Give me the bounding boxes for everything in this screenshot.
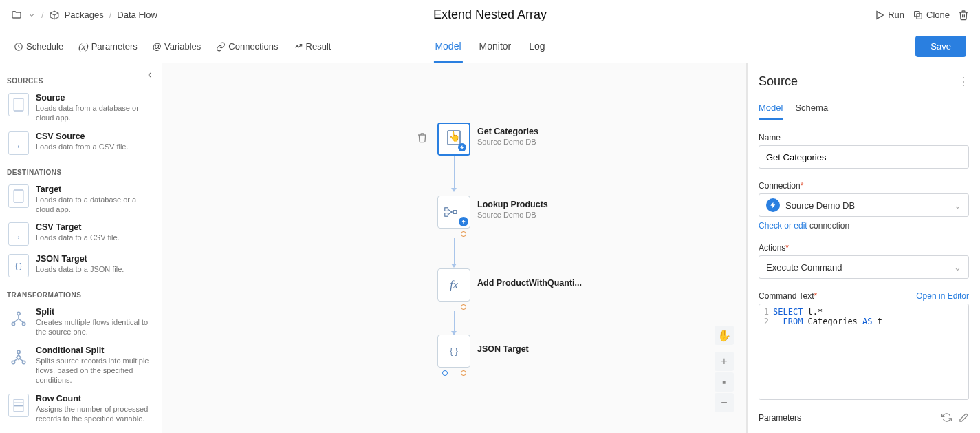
json-file-icon: { }: [8, 254, 29, 277]
palette-item-conditional-split[interactable]: Conditional SplitSplits source records i…: [0, 341, 162, 390]
palette-item-csv-target[interactable]: , CSV TargetLoads data to a CSV file.: [0, 218, 162, 250]
split-icon: [8, 307, 29, 330]
tab-monitor[interactable]: Monitor: [478, 31, 513, 63]
trash-icon: [958, 10, 969, 21]
svg-rect-4: [14, 98, 23, 111]
open-in-editor-link[interactable]: Open in Editor: [916, 291, 969, 301]
inspector-title: Source: [759, 74, 798, 89]
canvas-controls: ✋ + ■ −: [715, 326, 734, 412]
link-icon: [216, 42, 226, 52]
page-title: Extend Nested Array: [433, 8, 547, 22]
inspector-tab-model[interactable]: Model: [759, 97, 783, 120]
target-db-icon: [8, 184, 29, 208]
svg-point-7: [12, 323, 14, 326]
package-icon: [50, 10, 59, 20]
result-icon: [294, 42, 303, 52]
pan-button[interactable]: ✋: [715, 326, 734, 345]
node-title: JSON Target: [477, 344, 529, 354]
flow-node-lookup[interactable]: [437, 196, 470, 229]
variables-button[interactable]: @ Variables: [153, 41, 201, 52]
save-button[interactable]: Save: [915, 36, 966, 57]
plus-icon: +: [721, 355, 727, 368]
conditional-split-icon: [8, 346, 29, 369]
refresh-icon[interactable]: [941, 412, 952, 423]
palette-item-row-count[interactable]: Row CountAssigns the number of processed…: [0, 390, 162, 428]
folder-icon[interactable]: [11, 10, 22, 21]
cursor-pointer-icon: 👆: [448, 131, 460, 142]
svg-line-20: [448, 209, 451, 212]
check-edit-link[interactable]: Check or edit: [759, 221, 807, 231]
palette-item-csv-source[interactable]: , CSV SourceLoads data from a CSV file.: [0, 127, 162, 159]
schedule-button[interactable]: Schedule: [14, 41, 63, 52]
copy-icon: [913, 10, 924, 21]
svg-point-9: [17, 350, 20, 353]
command-text-editor[interactable]: 1SELECT t.* 2 FROM Categories AS t: [759, 304, 969, 400]
top-bar: / Packages / Data Flow Extend Nested Arr…: [0, 0, 980, 30]
variable-x-icon: (x): [78, 41, 88, 52]
connection-select[interactable]: Source Demo DB ⌄: [759, 193, 969, 217]
name-label: Name: [759, 133, 969, 142]
svg-marker-0: [877, 11, 883, 19]
run-button[interactable]: Run: [874, 10, 904, 21]
node-title: Add ProductWithQuanti...: [477, 278, 582, 288]
parameters-button[interactable]: (x) Parameters: [78, 41, 138, 52]
svg-rect-19: [453, 211, 457, 214]
breadcrumb: / Packages / Data Flow: [11, 10, 157, 21]
row-count-icon: [8, 394, 29, 417]
actions-label: Actions*: [759, 243, 969, 253]
breadcrumb-dataflow[interactable]: Data Flow: [117, 10, 157, 20]
source-db-icon: [8, 93, 29, 116]
component-palette: SOURCES SourceLoads data from a database…: [0, 63, 162, 433]
connections-button[interactable]: Connections: [216, 41, 278, 52]
hand-icon: ✋: [717, 329, 731, 342]
edit-pencil-icon[interactable]: [959, 412, 969, 423]
svg-rect-17: [445, 208, 448, 211]
db-badge-icon: [766, 198, 780, 212]
connection-label: Connection*: [759, 181, 969, 191]
zoom-in-button[interactable]: +: [715, 352, 734, 371]
inspector-panel: Source ⋮ Model Schema Name Connection* S…: [746, 63, 980, 433]
play-icon: [874, 10, 885, 21]
actions-select[interactable]: Execute Command ⌄: [759, 255, 969, 279]
flow-node-source[interactable]: 👆: [437, 123, 470, 156]
palette-item-json-target[interactable]: { } JSON TargetLoads data to a JSON file…: [0, 250, 162, 282]
csv-file-icon: ,: [8, 131, 29, 155]
flow-node-expression[interactable]: fx: [437, 268, 470, 302]
group-header-transformations: TRANSFORMATIONS: [0, 282, 162, 303]
result-button[interactable]: Result: [294, 41, 331, 52]
inspector-tab-schema[interactable]: Schema: [795, 97, 828, 120]
more-vert-icon[interactable]: ⋮: [958, 75, 969, 88]
flow-node-json-target[interactable]: { }: [437, 335, 470, 368]
zoom-reset-button[interactable]: ■: [715, 372, 734, 392]
chevron-down-icon: ⌄: [954, 262, 961, 273]
fx-icon: fx: [450, 279, 458, 291]
tab-log[interactable]: Log: [527, 31, 546, 63]
node-title: Lookup Products: [477, 200, 548, 209]
flow-canvas[interactable]: 👆 Get Categories Source Demo DB Lookup P…: [162, 63, 746, 433]
svg-line-21: [448, 212, 451, 215]
svg-point-6: [17, 312, 20, 315]
delete-button[interactable]: [958, 10, 969, 21]
node-subtitle: Source Demo DB: [477, 138, 538, 146]
clone-button[interactable]: Clone: [913, 10, 950, 21]
tab-model[interactable]: Model: [433, 31, 462, 63]
name-input[interactable]: [759, 145, 969, 169]
breadcrumb-packages[interactable]: Packages: [65, 10, 104, 20]
palette-item-source[interactable]: SourceLoads data from a database or clou…: [0, 89, 162, 127]
trash-icon[interactable]: [417, 132, 428, 143]
node-subtitle: Source Demo DB: [477, 211, 548, 219]
db-badge-icon: [459, 217, 468, 226]
zoom-out-button[interactable]: −: [715, 393, 734, 412]
group-header-destinations: DESTINATIONS: [0, 159, 162, 180]
chevron-down-icon[interactable]: [28, 11, 36, 19]
palette-item-split[interactable]: SplitCreates multiple flows identical to…: [0, 303, 162, 341]
sub-toolbar: Schedule (x) Parameters @ Variables Conn…: [0, 30, 980, 63]
node-title: Get Categories: [477, 127, 538, 136]
center-tabs: Model Monitor Log: [433, 31, 546, 63]
svg-rect-18: [445, 213, 448, 217]
svg-point-8: [22, 323, 25, 326]
command-text-label: Command Text*: [759, 291, 817, 301]
svg-rect-5: [14, 190, 23, 202]
palette-item-target[interactable]: TargetLoads data to a database or a clou…: [0, 180, 162, 219]
collapse-left-panel-icon[interactable]: [145, 70, 155, 80]
